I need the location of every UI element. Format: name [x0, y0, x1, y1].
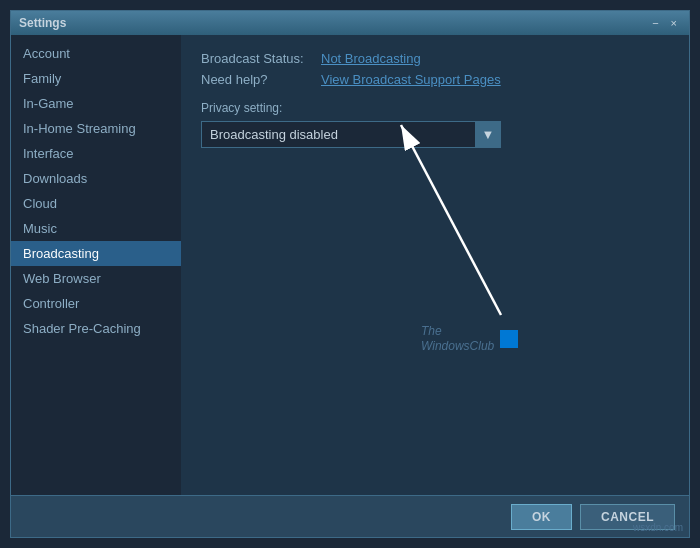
sidebar-item-music[interactable]: Music: [11, 216, 181, 241]
svg-line-1: [401, 125, 501, 315]
sidebar-item-in-game[interactable]: In-Game: [11, 91, 181, 116]
settings-window: Settings − × Account Family In-Game In-H…: [10, 10, 690, 538]
window-title: Settings: [19, 16, 66, 30]
sidebar: Account Family In-Game In-Home Streaming…: [11, 35, 181, 495]
privacy-dropdown-container: Broadcasting disabled Friends can watch …: [201, 121, 501, 148]
broadcast-status-value[interactable]: Not Broadcasting: [321, 51, 421, 66]
minimize-button[interactable]: −: [648, 15, 662, 31]
titlebar: Settings − ×: [11, 11, 689, 35]
close-button[interactable]: ×: [667, 15, 681, 31]
sidebar-item-account[interactable]: Account: [11, 41, 181, 66]
broadcast-status-label: Broadcast Status:: [201, 51, 321, 66]
need-help-label: Need help?: [201, 72, 321, 87]
footer: OK CANCEL: [11, 495, 689, 537]
content-area: Account Family In-Game In-Home Streaming…: [11, 35, 689, 495]
privacy-setting-label: Privacy setting:: [201, 101, 669, 115]
watermark-icon: [500, 330, 518, 348]
sidebar-item-interface[interactable]: Interface: [11, 141, 181, 166]
titlebar-controls: − ×: [648, 15, 681, 31]
view-broadcast-support-link[interactable]: View Broadcast Support Pages: [321, 72, 501, 87]
sidebar-item-broadcasting[interactable]: Broadcasting: [11, 241, 181, 266]
watermark: The WindowsClub: [421, 324, 518, 355]
wsxdn-watermark: wsxdn.com: [633, 522, 683, 533]
sidebar-item-cloud[interactable]: Cloud: [11, 191, 181, 216]
ok-button[interactable]: OK: [511, 504, 572, 530]
privacy-dropdown[interactable]: Broadcasting disabled Friends can watch …: [201, 121, 501, 148]
sidebar-item-in-home-streaming[interactable]: In-Home Streaming: [11, 116, 181, 141]
need-help-row: Need help? View Broadcast Support Pages: [201, 72, 669, 87]
main-panel: Broadcast Status: Not Broadcasting Need …: [181, 35, 689, 495]
sidebar-item-downloads[interactable]: Downloads: [11, 166, 181, 191]
broadcast-status-row: Broadcast Status: Not Broadcasting: [201, 51, 669, 66]
sidebar-item-family[interactable]: Family: [11, 66, 181, 91]
sidebar-item-web-browser[interactable]: Web Browser: [11, 266, 181, 291]
sidebar-item-shader-pre-caching[interactable]: Shader Pre-Caching: [11, 316, 181, 341]
sidebar-item-controller[interactable]: Controller: [11, 291, 181, 316]
watermark-text: The WindowsClub: [421, 324, 494, 355]
